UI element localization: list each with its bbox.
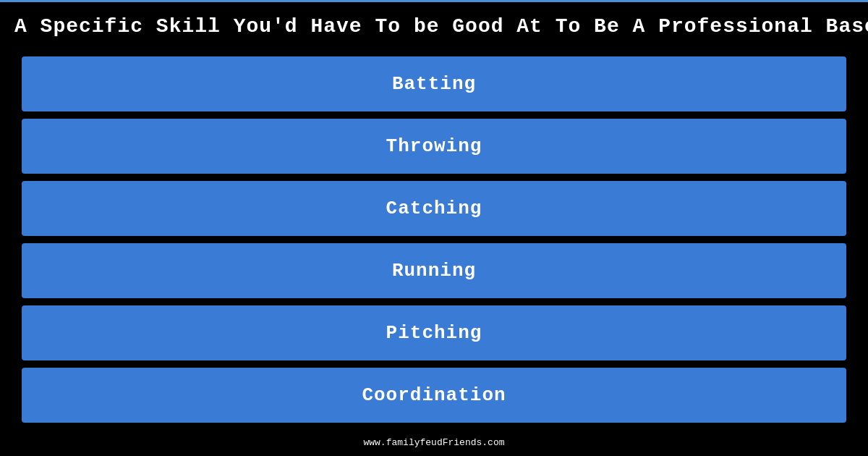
answers-container: BattingThrowingCatchingRunningPitchingCo… bbox=[0, 42, 868, 430]
answer-row-5[interactable]: Pitching bbox=[22, 305, 846, 360]
answer-row-2[interactable]: Throwing bbox=[22, 119, 846, 174]
footer: www.familyfeudFriends.com bbox=[0, 430, 868, 456]
answer-label-4: Running bbox=[392, 260, 476, 282]
answer-row-3[interactable]: Catching bbox=[22, 181, 846, 236]
answer-row-1[interactable]: Batting bbox=[22, 56, 846, 111]
question-text: A Specific Skill You'd Have To be Good A… bbox=[14, 15, 868, 38]
answer-label-3: Catching bbox=[386, 198, 482, 219]
answer-label-1: Batting bbox=[392, 73, 476, 95]
footer-url: www.familyfeudFriends.com bbox=[363, 437, 504, 448]
answer-label-5: Pitching bbox=[386, 322, 482, 344]
question-header: A Specific Skill You'd Have To be Good A… bbox=[0, 0, 868, 42]
answer-row-4[interactable]: Running bbox=[22, 243, 846, 298]
answer-label-2: Throwing bbox=[386, 135, 482, 157]
answer-row-6[interactable]: Coordination bbox=[22, 368, 846, 423]
answer-label-6: Coordination bbox=[362, 384, 506, 406]
